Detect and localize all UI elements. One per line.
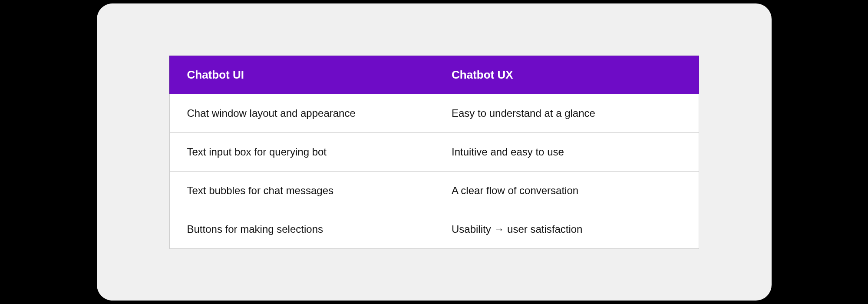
cell-ux: A clear flow of conversation <box>434 171 699 210</box>
table-header-row: Chatbot UI Chatbot UX <box>169 56 699 94</box>
table-row: Text input box for querying bot Intuitiv… <box>169 132 699 171</box>
table-row: Buttons for making selections Usability … <box>169 210 699 248</box>
content-card: Chatbot UI Chatbot UX Chat window layout… <box>97 3 772 301</box>
cell-ux: Usability → user satisfaction <box>434 210 699 248</box>
comparison-table: Chatbot UI Chatbot UX Chat window layout… <box>169 56 699 249</box>
column-header-ui: Chatbot UI <box>169 56 434 94</box>
cell-ux: Easy to understand at a glance <box>434 94 699 132</box>
column-header-ux: Chatbot UX <box>434 56 699 94</box>
cell-ui: Buttons for making selections <box>169 210 434 248</box>
cell-ux: Intuitive and easy to use <box>434 132 699 171</box>
cell-ui: Text input box for querying bot <box>169 132 434 171</box>
table-row: Text bubbles for chat messages A clear f… <box>169 171 699 210</box>
table-row: Chat window layout and appearance Easy t… <box>169 94 699 132</box>
cell-ui: Chat window layout and appearance <box>169 94 434 132</box>
cell-ui: Text bubbles for chat messages <box>169 171 434 210</box>
